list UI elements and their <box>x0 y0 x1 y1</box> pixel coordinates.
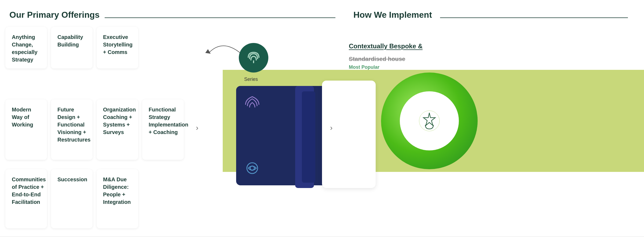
most-popular-label: Most Popular <box>349 64 379 70</box>
svg-marker-0 <box>205 49 211 54</box>
implement-line <box>440 17 628 18</box>
card-org-coaching: Organization Coaching + Systems + Survey… <box>97 99 138 160</box>
card-communities: Communities of Practice + End-to-End Fac… <box>5 169 47 228</box>
series-label: Series <box>244 77 258 82</box>
svg-point-3 <box>250 166 254 170</box>
card-functional-strategy: Functional Strategy Implementation + Coa… <box>142 99 184 160</box>
offerings-line <box>105 17 335 18</box>
green-circle-inner <box>400 91 459 150</box>
card-ma-due-diligence: M&A Due Diligence: People + Integration <box>97 169 138 228</box>
tall-bar-2 <box>302 91 315 183</box>
card-future-design: Future Design + Functional Visioning + R… <box>51 99 93 160</box>
main-container: Our Primary Offerings How We Implement A… <box>0 0 644 242</box>
chevron-mid-icon[interactable]: › <box>196 124 198 132</box>
green-circle <box>381 73 478 169</box>
bespoke-title: Contextually Bespoke & <box>349 42 423 51</box>
card-modern-way: Modern Way of Working <box>5 99 47 160</box>
offerings-header: Our Primary Offerings <box>9 10 100 20</box>
card-capability-building: Capability Building <box>51 27 93 68</box>
bottom-divider <box>0 236 644 237</box>
standard-label: Standardised house <box>349 55 405 63</box>
white-panel <box>322 81 376 188</box>
card-exec-storytelling: Executive Storytelling + Comms <box>97 27 138 68</box>
implement-header: How We Implement <box>353 10 432 20</box>
chevron-right-icon[interactable]: › <box>330 124 332 132</box>
teal-circle-icon <box>239 43 268 73</box>
card-succession: Succession <box>51 169 93 228</box>
card-anything-change: Anything Change, especially Strategy <box>5 27 47 68</box>
